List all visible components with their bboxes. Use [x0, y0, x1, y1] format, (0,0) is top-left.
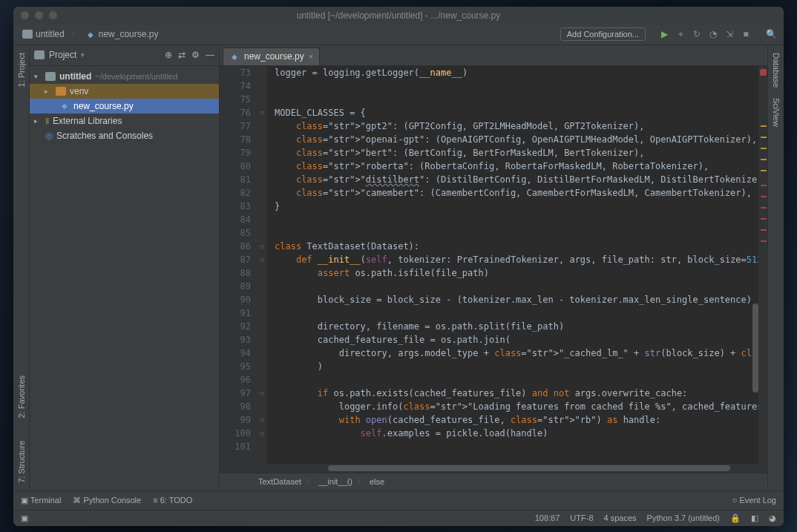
gear-icon[interactable]: ⚙ [191, 50, 200, 60]
arrow-right-icon[interactable]: ▸ [34, 117, 42, 125]
arrow-down-icon[interactable]: ▾ [34, 73, 42, 80]
memory-indicator-icon[interactable]: ◕ [769, 513, 776, 523]
event-log-button[interactable]: ○ Event Log [732, 496, 776, 505]
project-panel: Project ▾ ⊕ ⇄ ⚙ — ▾ untitled ~/developme… [30, 45, 220, 490]
code-content[interactable]: logger = logging.getLogger(__name__) MOD… [267, 66, 758, 464]
debug-icon[interactable]: ⌖ [674, 27, 687, 41]
caret-position[interactable]: 108:87 [535, 513, 560, 522]
project-panel-header: Project ▾ ⊕ ⇄ ⚙ — [30, 45, 219, 66]
warn-marker-icon[interactable] [761, 159, 767, 160]
interpreter-setting[interactable]: Python 3.7 (untitled) [647, 513, 720, 522]
tree-external-libs[interactable]: ▸ ⫴ External Libraries [30, 114, 219, 128]
python-file-icon: ◆ [59, 101, 70, 111]
error-marker-icon[interactable] [761, 229, 767, 231]
inspection-icon[interactable]: ◧ [751, 513, 758, 523]
navigation-bar: untitled 〉 ◆ new_course.py Add Configura… [13, 24, 784, 45]
library-icon: ⫴ [45, 116, 49, 126]
warn-marker-icon[interactable] [761, 148, 767, 149]
warn-marker-icon[interactable] [761, 125, 767, 127]
editor-tab[interactable]: ◆ new_course.py × [223, 47, 320, 65]
folder-icon [22, 30, 33, 39]
line-gutter: 7374757677787980818283848586878889909192… [220, 66, 257, 464]
folder-icon [56, 87, 66, 96]
folder-icon [45, 72, 56, 81]
scroll-thumb[interactable] [328, 465, 730, 471]
ide-status-icon[interactable]: ▣ [21, 513, 28, 523]
lock-icon[interactable]: 🔒 [730, 513, 741, 523]
error-indicator-icon[interactable] [760, 69, 767, 76]
breadcrumb-sep-icon: 〉 [357, 476, 365, 487]
structure-tool-button[interactable]: 7: Structure [17, 441, 26, 483]
file-encoding[interactable]: UTF-8 [570, 513, 593, 522]
expand-icon[interactable]: ⇄ [178, 50, 186, 60]
arrow-right-icon[interactable]: ▸ [45, 88, 52, 95]
breadcrumb-sep-icon: 〉 [70, 28, 79, 41]
error-marker-icon[interactable] [761, 196, 767, 197]
breadcrumb-file[interactable]: ◆ new_course.py [82, 27, 162, 41]
terminal-tool-button[interactable]: ▣ Terminal [21, 496, 61, 505]
close-traffic-icon[interactable] [21, 11, 29, 19]
folder-icon [34, 50, 45, 59]
tree-venv[interactable]: ▸ venv [30, 84, 219, 99]
stop-icon[interactable]: ■ [739, 27, 752, 41]
attach-icon[interactable]: ⇲ [723, 27, 736, 41]
error-marker-icon[interactable] [761, 185, 767, 186]
warn-marker-icon[interactable] [761, 170, 767, 171]
python-console-tool-button[interactable]: ⌘ Python Console [73, 496, 141, 505]
indent-setting[interactable]: 4 spaces [604, 513, 637, 522]
search-icon[interactable]: 🔍 [764, 27, 778, 41]
left-tool-stripe: 1: Project 2: Favorites 7: Structure [13, 45, 30, 490]
status-bar: ▣ 108:87 UTF-8 4 spaces Python 3.7 (unti… [13, 510, 784, 526]
error-marker-icon[interactable] [761, 207, 767, 208]
chevron-down-icon[interactable]: ▾ [81, 51, 85, 59]
locate-icon[interactable]: ⊕ [165, 50, 172, 60]
window-title: untitled [~/development/untitled] - .../… [297, 10, 501, 21]
editor-area: ◆ new_course.py × 7374757677787980818283… [220, 45, 767, 490]
zoom-traffic-icon[interactable] [49, 11, 57, 19]
favorites-tool-button[interactable]: 2: Favorites [17, 375, 26, 418]
editor-tabs: ◆ new_course.py × [220, 45, 767, 66]
bottom-tool-bar: ▣ Terminal ⌘ Python Console ≡ 6: TODO ○ … [13, 490, 784, 510]
database-tool-button[interactable]: Database [772, 53, 781, 88]
python-file-icon: ◆ [229, 51, 240, 62]
warn-marker-icon[interactable] [761, 137, 767, 138]
minimize-traffic-icon[interactable] [35, 11, 43, 19]
fold-gutter[interactable]: ⊟⊟⊟⊟⊟⊟ [257, 66, 267, 464]
horizontal-scrollbar[interactable] [220, 464, 767, 473]
code-editor[interactable]: 7374757677787980818283848586878889909192… [220, 66, 767, 464]
tree-scratches[interactable]: ◎ Scratches and Consoles [30, 128, 219, 143]
tree-file-selected[interactable]: ◆ new_course.py [30, 99, 219, 114]
ide-window: untitled [~/development/untitled] - .../… [13, 7, 784, 526]
title-bar: untitled [~/development/untitled] - .../… [13, 7, 784, 24]
hide-icon[interactable]: — [206, 50, 214, 60]
profile-icon[interactable]: ◔ [706, 27, 720, 41]
python-file-icon: ◆ [85, 29, 96, 39]
breadcrumb-sep-icon: 〉 [306, 476, 314, 487]
breadcrumb-root[interactable]: untitled [19, 27, 68, 41]
close-tab-icon[interactable]: × [309, 52, 313, 61]
todo-tool-button[interactable]: ≡ 6: TODO [153, 496, 192, 505]
crumb-class[interactable]: TextDataset [258, 477, 301, 486]
editor-breadcrumbs: TextDataset 〉 __init__() 〉 else [220, 473, 767, 490]
error-marker-icon[interactable] [761, 218, 767, 220]
sciview-tool-button[interactable]: SciView [772, 98, 781, 127]
scratch-icon: ◎ [45, 131, 53, 141]
crumb-scope[interactable]: else [370, 477, 384, 486]
error-marker-icon[interactable] [761, 240, 767, 242]
project-tree[interactable]: ▾ untitled ~/development/untitled ▸ venv… [30, 66, 219, 490]
vertical-scrollbar[interactable] [752, 303, 758, 393]
run-coverage-icon[interactable]: ↻ [690, 27, 703, 41]
run-icon[interactable]: ▶ [657, 27, 671, 41]
add-configuration-button[interactable]: Add Configuration... [560, 27, 646, 41]
right-tool-stripe: Database SciView [767, 45, 784, 490]
crumb-method[interactable]: __init__() [318, 477, 352, 486]
error-stripe[interactable] [758, 66, 767, 464]
project-tool-button[interactable]: 1: Project [17, 53, 26, 87]
tree-root[interactable]: ▾ untitled ~/development/untitled [30, 69, 219, 84]
project-panel-title[interactable]: Project [49, 50, 76, 60]
